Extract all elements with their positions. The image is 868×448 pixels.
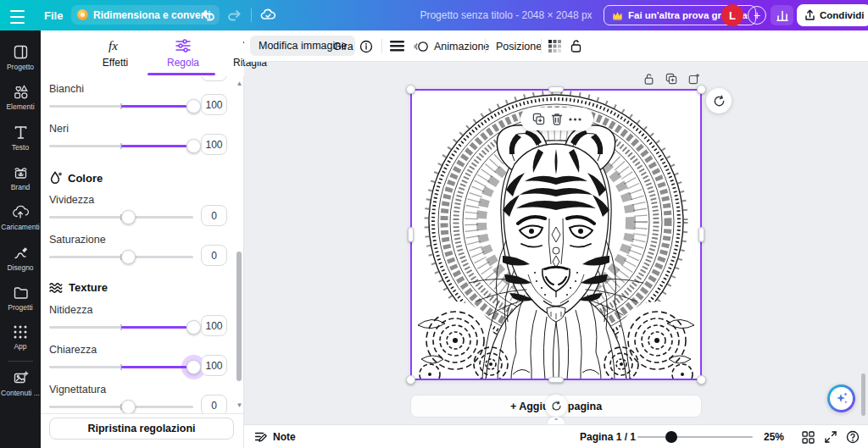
share-button[interactable]: Condividi [797, 4, 868, 26]
fullscreen-button[interactable] [825, 425, 837, 448]
zoom-slider-knob[interactable] [665, 431, 677, 443]
tab-effects[interactable]: fx Effetti [88, 38, 142, 69]
slider-row-vibrance: Vividezza 0 [41, 194, 237, 233]
lock-button[interactable] [570, 30, 582, 62]
saturation-slider[interactable] [49, 256, 193, 258]
waves-icon [49, 282, 63, 294]
vibrance-slider[interactable] [49, 216, 193, 218]
duplicate-page-icon[interactable] [665, 73, 677, 85]
whites-slider[interactable] [49, 105, 193, 108]
avatar[interactable]: L [721, 4, 743, 26]
sharpness-slider[interactable] [49, 326, 193, 329]
canva-editor: File Ridimensiona e converti Progetto se… [0, 0, 868, 448]
grid-view-button[interactable] [802, 425, 815, 448]
spacing-button[interactable] [390, 30, 404, 62]
duplicate-icon[interactable] [532, 113, 545, 125]
adjust-panel: fx Effetti Regola Ritaglia Bianchi 100 [41, 30, 244, 448]
sidebar-item-projects[interactable]: Progetti [0, 285, 41, 312]
status-bar: Note Pagina 1 / 1 25% [244, 424, 868, 448]
rotate-handle[interactable] [545, 395, 567, 417]
whites-value[interactable]: 100 [201, 94, 227, 115]
position-button[interactable]: Posizione [496, 30, 542, 62]
notes-button[interactable]: Note [254, 425, 296, 448]
resize-convert-button[interactable]: Ridimensiona e converti [71, 5, 220, 25]
image-plus-icon [13, 370, 29, 386]
blacks-slider[interactable] [49, 145, 193, 147]
panel-scrollbar[interactable] [236, 252, 242, 381]
brand-icon [13, 164, 29, 180]
help-button[interactable] [846, 425, 860, 448]
selection-handle-left[interactable] [408, 227, 414, 242]
transparency-icon [548, 40, 561, 53]
info-button[interactable] [359, 30, 373, 62]
cloud-save-icon[interactable] [259, 7, 277, 24]
canvas-area: + Aggiungi pagina ⌃ [244, 62, 868, 424]
reset-adjustments-button[interactable]: Ripristina regolazioni [49, 418, 234, 440]
crown-icon [612, 11, 623, 20]
saturation-value[interactable]: 0 [201, 245, 227, 266]
insights-button[interactable] [771, 5, 793, 25]
sidebar-item-draw[interactable]: Disegno [0, 245, 41, 272]
text-icon [13, 124, 29, 141]
selection-handle-bottom-left[interactable] [406, 375, 415, 384]
upload-icon [804, 9, 815, 21]
selection-handle-top-left[interactable] [406, 85, 415, 94]
ai-assistant-button[interactable] [827, 384, 855, 412]
canvas-scrollbar[interactable] [861, 373, 865, 416]
vignette-slider[interactable] [49, 406, 193, 408]
undo-button[interactable] [200, 7, 217, 24]
sidebar-item-brand[interactable]: Brand [0, 164, 41, 191]
blacks-value[interactable]: 100 [201, 134, 227, 155]
tiger-mandala-image[interactable] [411, 90, 701, 379]
sidebar-item-elements[interactable]: Elementi [0, 84, 41, 111]
sidebar-item-apps[interactable]: App [0, 324, 41, 351]
scroll-down-arrow[interactable]: ▼ [236, 401, 243, 409]
canvas-page[interactable] [411, 90, 701, 379]
menu-icon[interactable] [10, 8, 25, 25]
apps-grid-icon [13, 324, 28, 340]
design-icon [13, 44, 29, 60]
divider [541, 39, 542, 53]
redo-button[interactable] [225, 7, 242, 24]
slider-row-blacks: Neri 100 [41, 123, 237, 162]
selection-handle-top[interactable] [548, 86, 564, 92]
vibrance-value[interactable]: 0 [201, 205, 227, 226]
more-options-icon[interactable] [569, 118, 581, 121]
zoom-level[interactable]: 25% [764, 425, 784, 448]
divider [381, 39, 382, 53]
object-panel: Progetto Elementi Testo Brand Caricament… [0, 30, 41, 448]
add-page-icon[interactable] [688, 73, 700, 85]
clarity-value[interactable]: 100 [201, 355, 227, 376]
thick-lines-icon [390, 41, 404, 52]
sidebar-item-contents[interactable]: Contenuti ... [0, 370, 41, 397]
tab-adjust[interactable]: Regola [156, 38, 210, 69]
add-member-button[interactable]: + [748, 6, 766, 25]
animate-button[interactable]: Animazione [414, 30, 489, 62]
page-indicator: Pagina 1 / 1 [580, 425, 636, 448]
sidebar-item-text[interactable]: Testo [0, 124, 41, 152]
selection-handle-bottom-right[interactable] [697, 375, 706, 384]
sidebar-item-uploads[interactable]: Caricamenti [0, 204, 41, 231]
refresh-icon [713, 95, 726, 108]
vignette-value[interactable]: 0 [201, 395, 227, 413]
selection-handle-right[interactable] [698, 227, 704, 242]
file-menu[interactable]: File [44, 9, 63, 22]
selection-handle-bottom[interactable] [548, 377, 564, 383]
transparency-button[interactable] [548, 30, 561, 62]
selection-handle-top-right[interactable] [697, 85, 706, 94]
clipped-value-box[interactable] [201, 76, 227, 81]
context-toolbar: Modifica immagine Gira Animazione Posizi… [244, 30, 868, 62]
slider-row-clarity: Chiarezza 100 [41, 344, 237, 383]
scroll-up-arrow[interactable]: ▲ [236, 80, 243, 87]
delete-icon[interactable] [551, 113, 563, 125]
page-lock-icon[interactable] [643, 73, 654, 86]
sidebar-item-design[interactable]: Progetto [0, 44, 41, 71]
refresh-image-button[interactable] [706, 88, 732, 113]
document-title[interactable]: Progetto senza titolo - 2048 × 2048 px [413, 9, 599, 21]
rotate-icon [551, 401, 562, 412]
flip-button[interactable]: Gira [333, 30, 353, 62]
divider [251, 8, 252, 22]
clarity-slider[interactable] [49, 366, 193, 368]
sharpness-value[interactable]: 100 [201, 315, 227, 336]
zoom-slider[interactable] [637, 436, 753, 438]
